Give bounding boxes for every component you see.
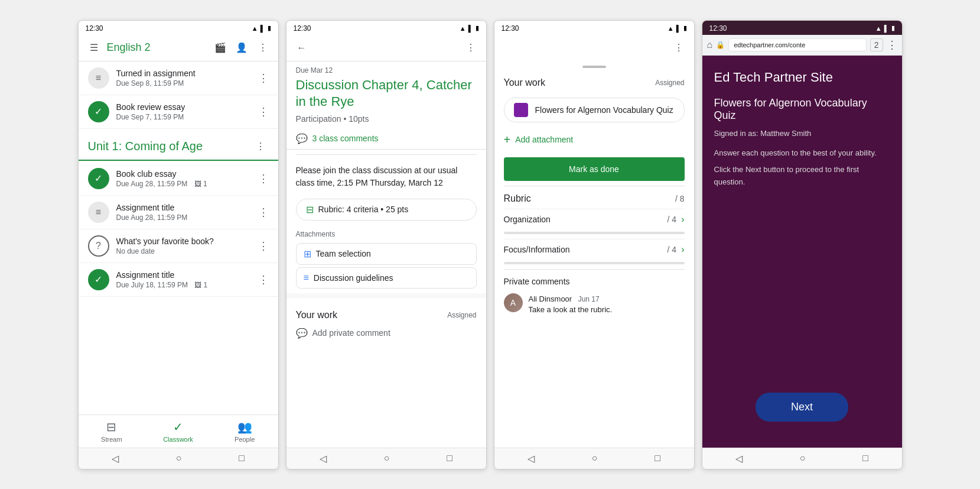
- class-comments-bar[interactable]: 💬 3 class comments: [286, 128, 486, 150]
- assignment-work-content: Your work Assigned Flowers for Algernon …: [494, 73, 694, 448]
- assignment-more-btn[interactable]: ⋮: [258, 172, 269, 185]
- browser-bar: ⌂ 🔒 edtechpartner.com/conte 2 ⋮: [702, 35, 902, 56]
- list-item[interactable]: ≡ Turned in assignment Due Sep 8, 11:59 …: [79, 61, 278, 95]
- assignment-due: Due Aug 28, 11:59 PM: [116, 213, 251, 222]
- your-work-section: Your work Assigned Flowers for Algernon …: [494, 73, 694, 186]
- rubric-criteria: Organization: [504, 215, 551, 224]
- assignment-icon: ✓: [88, 168, 109, 189]
- assignment-info: Turned in assignment Due Sep 8, 11:59 PM: [116, 69, 251, 88]
- assignment-icon: ≡: [88, 202, 109, 223]
- wifi-icon-2: ▲: [460, 25, 466, 32]
- time-3: 12:30: [502, 24, 519, 33]
- add-attachment-row[interactable]: + Add attachment: [504, 127, 685, 153]
- due-date: Due Mar 12: [296, 66, 477, 75]
- nav-classwork[interactable]: ✓ Classwork: [145, 415, 211, 448]
- status-bar-4: 12:30 ▲ ▌ ▮: [702, 21, 902, 35]
- back-btn-1[interactable]: ◁: [112, 453, 119, 464]
- more-icon-1[interactable]: ⋮: [255, 40, 271, 56]
- rubric-section: Rubric / 8 Organization / 4 › Focus/Info…: [494, 186, 694, 264]
- attachments-label: Attachments: [286, 225, 486, 241]
- rubric-pts: / 4: [668, 245, 677, 254]
- list-item[interactable]: ✓ Assignment title Due July 18, 11:59 PM…: [79, 263, 278, 297]
- recents-btn-3[interactable]: □: [655, 453, 660, 464]
- home-btn-4[interactable]: ○: [800, 453, 806, 464]
- back-btn-3[interactable]: ◁: [528, 453, 535, 464]
- status-icons-1: ▲ ▌ ▮: [252, 24, 271, 32]
- more-icon-3[interactable]: ⋮: [670, 40, 687, 56]
- people-icon: 👥: [237, 420, 252, 434]
- time-4: 12:30: [709, 24, 727, 33]
- web-content: Ed Tech Partner Site Flowers for Algerno…: [702, 56, 902, 448]
- list-item[interactable]: ✓ Book review essay Due Sep 7, 11:59 PM …: [79, 95, 278, 129]
- assignment-more-btn[interactable]: ⋮: [258, 105, 269, 118]
- add-attachment-text: Add attachment: [515, 135, 573, 144]
- signed-in-text: Signed in as: Matthew Smith: [714, 129, 890, 138]
- recents-btn-2[interactable]: □: [447, 453, 452, 464]
- rubric-chip-text: Rubric: 4 criteria • 25 pts: [318, 205, 409, 214]
- rubric-chip[interactable]: ⊟ Rubric: 4 criteria • 25 pts: [296, 199, 477, 221]
- assignment-title: Book club essay: [116, 169, 251, 179]
- person-icon[interactable]: 👤: [233, 40, 250, 56]
- battery-icon-2: ▮: [476, 24, 479, 32]
- more-icon-2[interactable]: ⋮: [463, 40, 479, 56]
- system-nav-bar-4: ◁ ○ □: [702, 448, 902, 469]
- phone-2: 12:30 ▲ ▌ ▮ ← ⋮ Due Mar 12 Discussion Ch…: [286, 20, 487, 469]
- comment-date: Jun 17: [578, 295, 600, 303]
- home-btn-2[interactable]: ○: [384, 453, 390, 464]
- phone-3: 12:30 ▲ ▌ ▮ ⋮ Your work Assigned Flowers…: [494, 20, 695, 469]
- home-btn-1[interactable]: ○: [176, 453, 182, 464]
- assignment-due: Due Sep 8, 11:59 PM: [116, 79, 251, 88]
- nav-people-label: People: [235, 436, 255, 443]
- home-btn-3[interactable]: ○: [592, 453, 598, 464]
- add-private-comment-row[interactable]: 💬 Add private comment: [286, 323, 486, 344]
- assignment-icon: ✓: [88, 101, 109, 122]
- web-body-1: Answer each question to the best of your…: [714, 147, 890, 160]
- nav-people[interactable]: 👥 People: [211, 415, 278, 448]
- recents-btn-4[interactable]: □: [862, 453, 868, 464]
- home-icon[interactable]: ⌂: [707, 40, 713, 50]
- battery-icon-3: ▮: [683, 24, 687, 32]
- private-comments-section: Private comments A Ali Dinsmoor Jun 17 T…: [494, 269, 694, 316]
- assignment-due: No due date: [116, 247, 251, 255]
- rubric-row-focus[interactable]: Focus/Information / 4 ›: [504, 239, 685, 260]
- nav-stream[interactable]: ⊟ Stream: [79, 415, 145, 448]
- add-private-comment-text: Add private comment: [312, 328, 390, 338]
- assignment-more-btn[interactable]: ⋮: [258, 239, 269, 252]
- quiz-icon: [514, 103, 528, 117]
- divider: [296, 154, 477, 155]
- assignment-more-btn[interactable]: ⋮: [258, 72, 269, 85]
- signal-icon-3: ▌: [676, 25, 681, 32]
- assignment-title: Assignment title: [116, 203, 251, 212]
- back-icon[interactable]: ←: [294, 40, 310, 56]
- wifi-icon-1: ▲: [252, 25, 258, 32]
- section-more-btn[interactable]: ⋮: [252, 138, 269, 155]
- mark-done-button[interactable]: Mark as done: [504, 157, 685, 181]
- tabs-indicator[interactable]: 2: [870, 38, 883, 51]
- screens-container: 12:30 ▲ ▌ ▮ ☰ English 2 🎬 👤 ⋮ ≡ Turned i…: [78, 20, 903, 469]
- recents-btn-1[interactable]: □: [239, 453, 245, 464]
- commenter-avatar: A: [504, 293, 523, 312]
- list-item[interactable]: ? What's your favorite book? No due date…: [79, 229, 278, 263]
- video-icon[interactable]: 🎬: [212, 40, 229, 56]
- browser-more-btn[interactable]: ⋮: [887, 38, 897, 51]
- list-item[interactable]: ≡ Assignment title Due Aug 28, 11:59 PM …: [79, 196, 278, 229]
- assignment-more-btn[interactable]: ⋮: [258, 273, 269, 286]
- assignment-title: Assignment title: [116, 270, 251, 280]
- attachment-team-selection[interactable]: ⊞ Team selection: [296, 243, 477, 265]
- next-button[interactable]: Next: [756, 393, 848, 422]
- menu-icon[interactable]: ☰: [86, 40, 102, 56]
- assignment-title: Book review essay: [116, 102, 251, 112]
- list-item[interactable]: ✓ Book club essay Due Aug 28, 11:59 PM 🖼…: [79, 162, 278, 196]
- phone-1: 12:30 ▲ ▌ ▮ ☰ English 2 🎬 👤 ⋮ ≡ Turned i…: [78, 20, 279, 469]
- assignment-more-btn[interactable]: ⋮: [258, 206, 269, 219]
- rubric-row-organization[interactable]: Organization / 4 ›: [504, 209, 685, 229]
- attachment-name: Discussion guidelines: [314, 273, 393, 283]
- back-btn-4[interactable]: ◁: [735, 453, 743, 464]
- bottom-nav-1: ⊟ Stream ✓ Classwork 👥 People: [79, 414, 278, 448]
- attachment-discussion-guidelines[interactable]: ≡ Discussion guidelines: [296, 267, 477, 289]
- back-btn-2[interactable]: ◁: [320, 453, 327, 464]
- classwork-content: ≡ Turned in assignment Due Sep 8, 11:59 …: [79, 61, 278, 414]
- url-bar[interactable]: edtechpartner.com/conte: [728, 38, 867, 51]
- quiz-chip[interactable]: Flowers for Algernon Vocabulary Quiz: [504, 98, 685, 122]
- assignment-due: Due July 18, 11:59 PM 🖼 1: [116, 281, 251, 289]
